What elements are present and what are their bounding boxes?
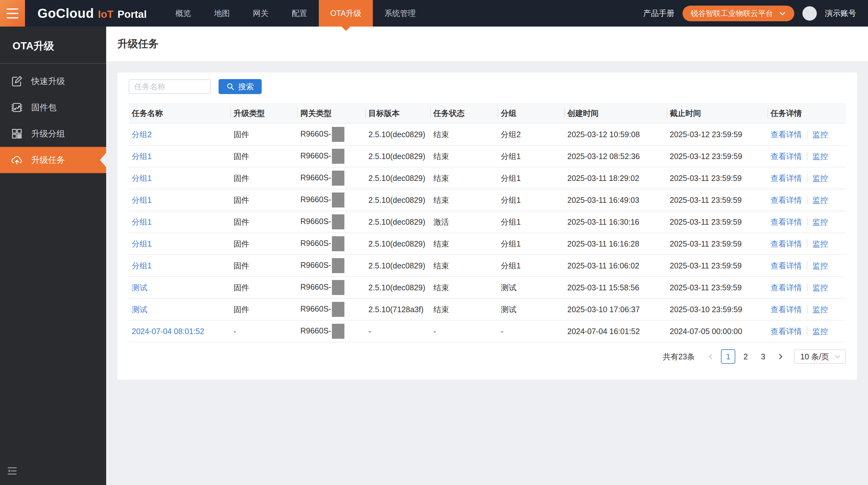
sidebar-collapse-icon[interactable] <box>7 466 18 477</box>
task-status-cell: 结束 <box>433 130 449 139</box>
monitor-link[interactable]: 监控 <box>812 283 828 293</box>
action-divider <box>807 239 807 248</box>
monitor-link[interactable]: 监控 <box>812 195 828 205</box>
hamburger-menu-icon[interactable] <box>0 0 25 27</box>
sidebar-item-upgrade-group[interactable]: 升级分组 <box>0 121 106 147</box>
task-name-link[interactable]: 分组1 <box>132 239 152 248</box>
sidebar: OTA升级 快速升级 固件包 <box>0 27 106 485</box>
monitor-link[interactable]: 监控 <box>812 304 828 315</box>
sidebar-item-firmware-package[interactable]: 固件包 <box>0 94 106 121</box>
nav-item-ota-upgrade[interactable]: OTA升级 <box>319 0 373 27</box>
page-size-label: 10 条/页 <box>800 351 829 362</box>
deadline-cell: 2025-03-11 23:59:59 <box>670 283 742 292</box>
row-actions: 查看详情 监控 <box>771 261 846 271</box>
monitor-link[interactable]: 监控 <box>812 326 828 337</box>
target-version-cell: 2.5.10(dec0829) <box>368 130 425 139</box>
monitor-link[interactable]: 监控 <box>812 217 828 227</box>
monitor-link[interactable]: 监控 <box>812 239 828 249</box>
total-count-label: 共有23条 <box>662 351 695 362</box>
view-detail-link[interactable]: 查看详情 <box>771 326 802 337</box>
view-detail-link[interactable]: 查看详情 <box>771 173 802 183</box>
monitor-link[interactable]: 监控 <box>812 151 828 162</box>
redacted-block <box>332 215 344 229</box>
prev-page-button[interactable] <box>704 349 718 364</box>
task-name-link[interactable]: 2024-07-04 08:01:52 <box>132 327 204 336</box>
task-name-link[interactable]: 分组1 <box>132 174 152 182</box>
action-divider <box>807 196 807 204</box>
avatar[interactable] <box>802 6 817 21</box>
group-cell: 分组1 <box>501 239 521 248</box>
page-button-3[interactable]: 3 <box>756 349 770 364</box>
account-name: 演示账号 <box>825 8 856 19</box>
page-button-2[interactable]: 2 <box>738 349 753 364</box>
next-page-button[interactable] <box>773 349 788 364</box>
redacted-block <box>332 280 344 295</box>
monitor-link[interactable]: 监控 <box>812 261 828 271</box>
view-detail-link[interactable]: 查看详情 <box>771 304 802 315</box>
upgrade-type-cell: 固件 <box>234 152 249 161</box>
view-detail-link[interactable]: 查看详情 <box>771 195 802 205</box>
gateway-type-cell: R9660S- <box>300 173 331 182</box>
action-divider <box>807 305 807 314</box>
nav-item-config[interactable]: 配置 <box>280 0 319 27</box>
group-cell: 分组1 <box>501 196 521 204</box>
task-name-search-input[interactable] <box>129 79 211 94</box>
nav-item-gateway[interactable]: 网关 <box>241 0 280 27</box>
redacted-block <box>332 258 344 273</box>
sidebar-item-upgrade-task[interactable]: 升级任务 <box>0 147 106 173</box>
view-detail-link[interactable]: 查看详情 <box>771 151 802 162</box>
task-name-link[interactable]: 分组1 <box>132 152 152 161</box>
table-row: 分组1 固件 R9660S- 2.5.10(dec0829) 结束 分组1 20… <box>129 255 846 277</box>
task-name-link[interactable]: 分组1 <box>132 196 152 204</box>
platform-selector-button[interactable]: 锐谷智联工业物联云平台 <box>683 6 794 21</box>
product-manual-link[interactable]: 产品手册 <box>643 8 674 19</box>
group-cell: 分组2 <box>501 130 521 139</box>
view-detail-link[interactable]: 查看详情 <box>771 130 802 140</box>
target-version-cell: 2.5.10(dec0829) <box>368 152 425 161</box>
monitor-link[interactable]: 监控 <box>812 130 828 140</box>
action-divider <box>807 283 807 292</box>
col-created-at: 创建时间 <box>564 103 666 123</box>
page-size-select[interactable]: 10 条/页 <box>794 349 846 364</box>
chevron-right-icon <box>777 353 784 360</box>
view-detail-link[interactable]: 查看详情 <box>771 261 802 271</box>
upgrade-type-cell: - <box>234 327 236 336</box>
task-name-link[interactable]: 分组1 <box>132 218 152 226</box>
topbar-right: 产品手册 锐谷智联工业物联云平台 演示账号 <box>643 0 868 27</box>
table-row: 分组1 固件 R9660S- 2.5.10(dec0829) 结束 分组1 20… <box>129 145 846 167</box>
target-version-cell: 2.5.10(dec0829) <box>368 174 425 182</box>
group-cell: 分组1 <box>501 174 521 182</box>
nav-item-map[interactable]: 地图 <box>203 0 241 27</box>
table-row: 测试 固件 R9660S- 2.5.10(dec0829) 结束 测试 2025… <box>129 277 846 298</box>
sidebar-item-quick-upgrade[interactable]: 快速升级 <box>0 68 106 94</box>
row-actions: 查看详情 监控 <box>771 217 846 227</box>
task-table-body: 分组2 固件 R9660S- 2.5.10(dec0829) 结束 分组2 20… <box>129 123 846 342</box>
task-name-link[interactable]: 测试 <box>132 283 147 292</box>
table-header-row: 任务名称 升级类型 网关类型 目标版本 任务状态 分组 创建时间 截止时间 任务… <box>129 103 846 123</box>
action-divider <box>807 130 807 139</box>
monitor-link[interactable]: 监控 <box>812 173 828 183</box>
task-table-wrap: 任务名称 升级类型 网关类型 目标版本 任务状态 分组 创建时间 截止时间 任务… <box>129 103 846 342</box>
gateway-type-cell: R9660S- <box>300 283 331 291</box>
view-detail-link[interactable]: 查看详情 <box>771 217 802 227</box>
nav-item-system-admin[interactable]: 系统管理 <box>373 0 427 27</box>
task-name-link[interactable]: 测试 <box>132 305 147 314</box>
task-status-cell: 结束 <box>433 174 449 182</box>
chevron-down-icon <box>834 353 841 360</box>
task-name-link[interactable]: 分组2 <box>132 130 152 139</box>
search-button[interactable]: 搜索 <box>219 79 262 94</box>
nav-item-overview[interactable]: 概览 <box>164 0 203 27</box>
view-detail-link[interactable]: 查看详情 <box>771 239 802 249</box>
page-button-1[interactable]: 1 <box>721 349 735 364</box>
task-name-link[interactable]: 分组1 <box>132 261 152 270</box>
view-detail-link[interactable]: 查看详情 <box>771 283 802 293</box>
logo-sub: IoT <box>98 8 113 20</box>
deadline-cell: 2025-03-12 23:59:59 <box>670 130 742 139</box>
created-at-cell: 2025-03-12 10:59:08 <box>567 130 640 139</box>
platform-selector-label: 锐谷智联工业物联云平台 <box>691 8 773 19</box>
group-cell: 测试 <box>501 283 517 292</box>
created-at-cell: 2025-03-11 15:58:56 <box>567 283 639 292</box>
task-status-cell: 结束 <box>433 261 449 270</box>
deadline-cell: 2025-03-11 23:59:59 <box>670 239 742 248</box>
group-cell: 分组1 <box>501 261 521 270</box>
